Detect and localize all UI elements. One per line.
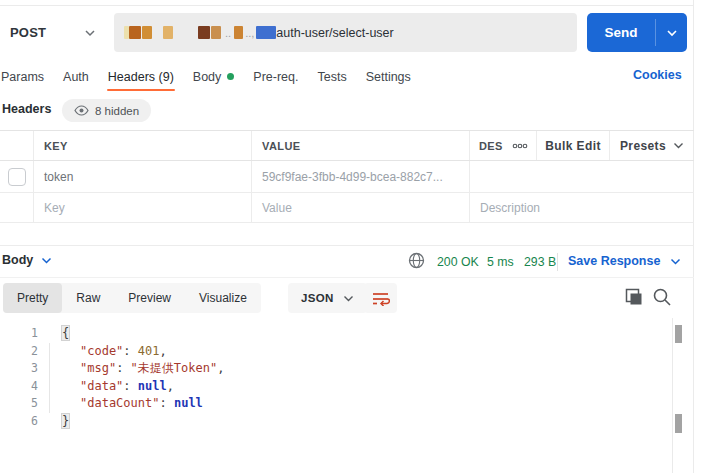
line-wrap-icon (371, 290, 390, 306)
url-input[interactable]: ...., auth-user/select-user (114, 13, 577, 52)
url-text: auth-user/select-user (276, 26, 393, 40)
response-body-dropdown[interactable]: Body (2, 253, 52, 267)
tab-settings[interactable]: Settings (365, 62, 412, 91)
line-number: 4 (0, 378, 38, 396)
code-line: 6 } (0, 413, 672, 431)
scrollbar-thumb[interactable] (675, 325, 682, 343)
open-brace: { (62, 326, 69, 340)
select-all-column (0, 131, 33, 160)
line-number: 6 (0, 413, 38, 431)
panel-right-border (693, 0, 694, 473)
header-key-cell[interactable]: token (33, 161, 251, 192)
tab-params[interactable]: Params (0, 62, 45, 91)
line-number: 3 (0, 360, 38, 378)
tab-auth[interactable]: Auth (62, 62, 90, 91)
hidden-headers-count: 8 hidden (95, 105, 139, 117)
tab-tests[interactable]: Tests (316, 62, 347, 91)
tab-headers[interactable]: Headers (9) (107, 62, 175, 91)
network-info-icon[interactable] (408, 252, 425, 269)
column-header-value: VALUE (251, 131, 469, 160)
send-options-button[interactable] (656, 13, 687, 52)
url-redacted-block (163, 26, 173, 39)
view-tab-preview[interactable]: Preview (114, 283, 185, 313)
headers-table-header: KEY VALUE DES Bulk Edit Presets (0, 130, 694, 161)
body-populated-dot (227, 73, 234, 80)
chevron-down-icon (343, 295, 354, 302)
new-description-field[interactable]: Description (469, 193, 694, 222)
code-line: 2 "code": 401, (0, 343, 672, 361)
bulk-edit-button[interactable]: Bulk Edit (536, 131, 609, 160)
url-redacted-block (211, 26, 221, 39)
hidden-headers-toggle[interactable]: 8 hidden (62, 99, 151, 122)
header-value-cell[interactable]: 59cf9fae-3fbb-4d99-bcea-882c7... (251, 161, 469, 192)
line-wrap-button[interactable] (364, 283, 397, 313)
code-line: 5 "dataCount": null (0, 395, 672, 413)
new-value-field[interactable]: Value (251, 193, 469, 222)
more-options-icon[interactable] (512, 143, 528, 149)
response-body-editor[interactable]: 1 { 2 "code": 401, 3 "msg": "未提供Token", … (0, 318, 672, 473)
response-meta-bar: Body 200 OK 5 ms 293 B Save Response (0, 245, 694, 278)
cookies-link[interactable]: Cookies (633, 68, 682, 82)
method-selector[interactable]: POST (10, 25, 46, 40)
header-row-token: token 59cf9fae-3fbb-4d99-bcea-882c7... (0, 161, 694, 193)
chevron-down-icon (84, 29, 96, 37)
view-tab-pretty[interactable]: Pretty (3, 283, 62, 313)
url-redacted-block (129, 26, 141, 39)
view-tab-visualize[interactable]: Visualize (185, 283, 261, 313)
close-brace: } (62, 414, 69, 428)
scrollbar-thumb[interactable] (675, 414, 682, 433)
request-tab-bar: Params Auth Headers (9) Body Pre-req. Te… (0, 62, 412, 91)
row-checkbox-cell (0, 161, 33, 192)
header-row-new: Key Value Description (0, 193, 694, 223)
response-view-switcher: Pretty Raw Preview Visualize (3, 283, 261, 313)
meta-divider (557, 253, 558, 271)
header-description-cell[interactable] (469, 161, 694, 192)
save-response-button[interactable]: Save Response (568, 254, 681, 268)
format-dropdown[interactable]: JSON (288, 283, 367, 313)
chevron-down-icon (41, 257, 52, 264)
copy-response-button[interactable] (624, 287, 644, 307)
code-line: 3 "msg": "未提供Token", (0, 360, 672, 378)
presets-dropdown[interactable]: Presets (609, 131, 694, 160)
eye-icon (74, 105, 89, 116)
new-key-field[interactable]: Key (33, 193, 251, 222)
chevron-down-icon (666, 29, 678, 37)
postman-window: POST ...., auth-user/select-user Send Pa… (0, 0, 719, 473)
response-status-badge[interactable]: 200 OK (437, 255, 479, 269)
row-checkbox[interactable] (8, 168, 26, 186)
code-line: 1 { (0, 325, 672, 343)
search-icon (652, 287, 672, 307)
column-header-description: DES (469, 131, 536, 160)
response-time-badge[interactable]: 5 ms (487, 255, 514, 269)
response-size-badge[interactable]: 293 B (524, 255, 556, 269)
send-button[interactable]: Send (587, 13, 687, 52)
top-divider (0, 5, 694, 6)
url-redacted-block (256, 26, 276, 39)
line-number: 2 (0, 343, 38, 361)
tab-body[interactable]: Body (192, 62, 236, 91)
line-number: 5 (0, 395, 38, 413)
url-redacted-block (142, 26, 152, 39)
tab-pre-request[interactable]: Pre-req. (252, 62, 299, 91)
chevron-down-icon (673, 142, 684, 149)
search-response-button[interactable] (652, 287, 672, 307)
line-number: 1 (0, 325, 38, 343)
url-ellipsis: .., (245, 27, 254, 39)
code-line: 4 "data": null, (0, 378, 672, 396)
row-checkbox-cell (0, 193, 33, 222)
headers-section-title: Headers (2, 102, 51, 116)
scrollbar-track (672, 318, 673, 473)
view-tab-raw[interactable]: Raw (62, 283, 114, 313)
url-ellipsis: .. (225, 27, 231, 39)
headers-table: KEY VALUE DES Bulk Edit Presets token 59… (0, 130, 694, 223)
url-redacted-block (234, 26, 243, 39)
copy-icon (624, 287, 644, 307)
send-button-label[interactable]: Send (587, 13, 655, 52)
column-header-key: KEY (33, 131, 251, 160)
chevron-down-icon (670, 258, 681, 265)
url-redacted-block (198, 26, 210, 39)
url-redacted-segment: ...., (124, 26, 276, 39)
